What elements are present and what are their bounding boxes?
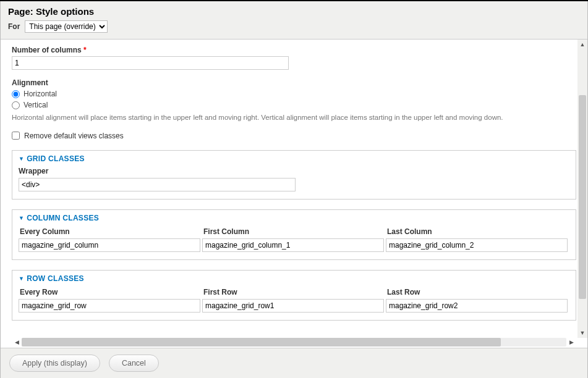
column-classes-legend[interactable]: ▼ COLUMN CLASSES — [19, 214, 569, 222]
col-every-input[interactable] — [19, 238, 200, 252]
scroll-down-icon[interactable]: ▼ — [577, 328, 587, 338]
column-classes-table: Every Column First Column Last Column — [19, 226, 569, 252]
scroll-up-icon[interactable]: ▲ — [577, 40, 587, 49]
modal-title: Page: Style options — [8, 6, 580, 17]
table-row — [19, 299, 569, 313]
required-star: * — [83, 46, 87, 54]
col-every-header: Every Column — [19, 226, 202, 238]
num-columns-input[interactable] — [12, 56, 289, 70]
caret-down-icon: ▼ — [19, 156, 24, 162]
row-classes-legend[interactable]: ▼ ROW CLASSES — [19, 274, 569, 283]
modal-footer: Apply (this display) Cancel — [1, 348, 587, 378]
apply-button[interactable]: Apply (this display) — [9, 355, 100, 372]
hscroll-track[interactable] — [22, 338, 566, 346]
remove-classes-row[interactable]: Remove default views classes — [12, 132, 576, 140]
row-every-header: Every Row — [19, 287, 202, 299]
scroll-thumb[interactable] — [579, 95, 586, 299]
hscroll-thumb[interactable] — [22, 338, 501, 346]
scroll-left-icon[interactable]: ◀ — [12, 338, 22, 346]
row-first-input[interactable] — [202, 299, 384, 313]
table-row — [19, 238, 569, 252]
table-row: Every Row First Row Last Row — [19, 287, 569, 299]
wrapper-input[interactable] — [19, 178, 296, 191]
for-select[interactable]: This page (override) — [25, 20, 108, 33]
row-classes-table: Every Row First Row Last Row — [19, 287, 569, 313]
scroll-content: Number of columns * Alignment Horizontal… — [1, 40, 587, 326]
alignment-horizontal-radio[interactable] — [12, 90, 20, 98]
horizontal-scrollbar[interactable]: ◀ ▶ — [1, 338, 587, 348]
row-every-input[interactable] — [19, 299, 200, 313]
table-row: Every Column First Column Last Column — [19, 226, 569, 238]
col-first-header: First Column — [202, 226, 386, 238]
cancel-button[interactable]: Cancel — [109, 355, 159, 372]
alignment-desc: Horizontal alignment will place items st… — [12, 113, 576, 123]
alignment-group: Horizontal Vertical — [12, 90, 576, 109]
modal-header: Page: Style options For This page (overr… — [1, 1, 587, 40]
alignment-vertical[interactable]: Vertical — [12, 101, 576, 109]
style-options-modal: Page: Style options For This page (overr… — [0, 1, 588, 378]
alignment-label: Alignment — [12, 78, 576, 87]
wrapper-label: Wrapper — [19, 167, 569, 175]
col-first-input[interactable] — [202, 238, 384, 252]
vertical-scrollbar[interactable]: ▲ ▼ — [577, 40, 587, 338]
scroll-right-icon[interactable]: ▶ — [566, 338, 576, 346]
grid-classes-fieldset: ▼ GRID CLASSES Wrapper — [12, 150, 576, 200]
column-classes-fieldset: ▼ COLUMN CLASSES Every Column First Colu… — [12, 209, 576, 260]
row-last-header: Last Row — [386, 287, 569, 299]
for-row: For This page (override) — [8, 20, 580, 33]
col-last-input[interactable] — [386, 238, 568, 252]
caret-down-icon: ▼ — [19, 275, 24, 282]
for-label: For — [8, 22, 20, 31]
row-last-input[interactable] — [386, 299, 568, 313]
row-first-header: First Row — [202, 287, 386, 299]
caret-down-icon: ▼ — [19, 215, 24, 221]
remove-classes-checkbox[interactable] — [12, 132, 20, 140]
row-classes-fieldset: ▼ ROW CLASSES Every Row First Row Last R… — [12, 270, 576, 321]
col-last-header: Last Column — [386, 226, 569, 238]
alignment-horizontal[interactable]: Horizontal — [12, 90, 576, 98]
grid-classes-legend[interactable]: ▼ GRID CLASSES — [19, 154, 569, 163]
scroll-area: Number of columns * Alignment Horizontal… — [1, 40, 587, 338]
num-columns-label: Number of columns * — [12, 46, 576, 54]
alignment-vertical-radio[interactable] — [12, 101, 20, 109]
